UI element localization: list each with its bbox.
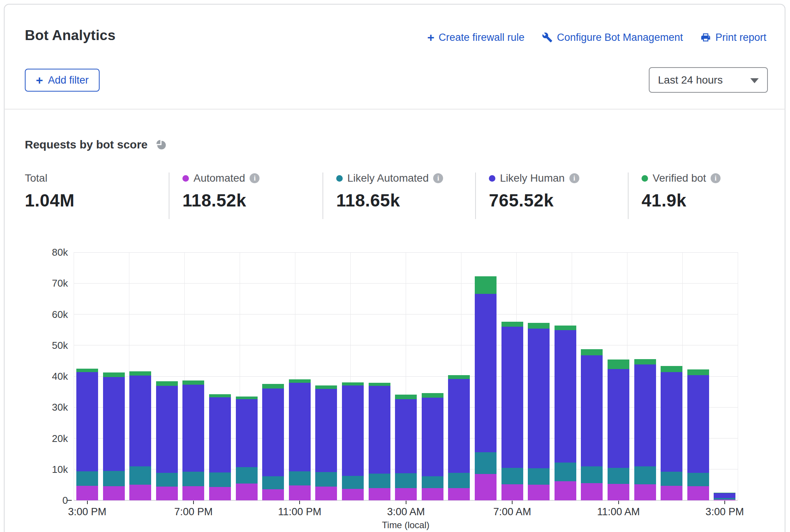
bar-segment-verified-bot[interactable] [634,359,656,365]
bar-segment-likely-automated[interactable] [501,468,523,484]
bar-segment-likely-automated[interactable] [76,471,98,485]
bar-group[interactable] [395,395,417,500]
bar-segment-verified-bot[interactable] [501,322,523,327]
bar-segment-likely-human[interactable] [289,383,311,471]
bar-segment-automated[interactable] [236,484,258,500]
bar-segment-likely-human[interactable] [315,389,337,472]
bar-segment-likely-automated[interactable] [395,473,417,488]
bar-group[interactable] [501,322,523,500]
bar-segment-likely-human[interactable] [236,399,258,467]
bar-segment-likely-automated[interactable] [262,476,284,489]
bar-group[interactable] [475,276,497,500]
bar-group[interactable] [369,383,390,500]
bar-segment-automated[interactable] [555,481,576,500]
bar-segment-automated[interactable] [661,486,682,500]
info-icon[interactable]: i [569,173,579,183]
bar-group[interactable] [342,382,364,500]
bar-segment-automated[interactable] [475,474,497,500]
bar-segment-likely-human[interactable] [422,398,443,476]
bar-segment-automated[interactable] [395,488,417,500]
bar-segment-likely-human[interactable] [714,493,735,498]
bar-segment-likely-human[interactable] [76,372,98,472]
bar-segment-verified-bot[interactable] [236,397,258,399]
bar-segment-likely-automated[interactable] [634,466,656,484]
create-firewall-rule-link[interactable]: + Create firewall rule [427,31,524,44]
bar-segment-automated[interactable] [315,487,337,500]
bar-segment-likely-automated[interactable] [156,473,178,487]
bar-segment-likely-human[interactable] [156,386,178,473]
bar-segment-likely-automated[interactable] [608,468,629,484]
bar-segment-verified-bot[interactable] [289,379,311,383]
bar-segment-likely-automated[interactable] [236,467,258,484]
bar-segment-likely-automated[interactable] [581,466,603,483]
bar-group[interactable] [103,372,125,500]
bar-segment-automated[interactable] [448,488,470,501]
bar-group[interactable] [687,369,709,500]
bar-segment-automated[interactable] [342,489,364,500]
bar-segment-automated[interactable] [103,486,125,500]
bar-segment-verified-bot[interactable] [448,375,470,379]
bar-segment-automated[interactable] [687,486,709,500]
bar-group[interactable] [661,366,682,500]
bar-segment-likely-automated[interactable] [315,472,337,487]
bar-segment-likely-human[interactable] [634,364,656,466]
bar-group[interactable] [528,323,550,500]
bar-segment-likely-automated[interactable] [661,472,682,486]
bar-segment-likely-human[interactable] [129,376,151,466]
bar-segment-verified-bot[interactable] [528,323,550,329]
bar-segment-verified-bot[interactable] [262,384,284,389]
bar-segment-automated[interactable] [608,484,629,500]
bar-segment-verified-bot[interactable] [156,381,178,386]
bar-segment-automated[interactable] [182,486,204,500]
bar-segment-verified-bot[interactable] [687,369,709,375]
bar-segment-automated[interactable] [129,485,151,500]
bar-group[interactable] [555,326,576,500]
bar-group[interactable] [156,381,178,500]
bar-segment-automated[interactable] [581,483,603,501]
bar-group[interactable] [289,379,311,500]
bar-segment-likely-automated[interactable] [555,463,576,481]
bar-group[interactable] [581,349,603,500]
bar-segment-likely-automated[interactable] [103,471,125,486]
bar-segment-automated[interactable] [501,484,523,500]
bar-segment-automated[interactable] [76,486,98,500]
bar-segment-verified-bot[interactable] [342,382,364,385]
bar-segment-verified-bot[interactable] [369,383,390,386]
bar-segment-verified-bot[interactable] [475,276,497,294]
bar-group[interactable] [634,359,656,501]
bar-segment-likely-automated[interactable] [209,472,231,487]
bar-segment-verified-bot[interactable] [422,393,443,398]
bar-group[interactable] [714,493,735,500]
bar-segment-likely-human[interactable] [395,399,417,473]
bar-segment-likely-automated[interactable] [475,452,497,474]
bar-segment-verified-bot[interactable] [555,326,576,330]
bar-group[interactable] [209,394,231,500]
bar-segment-likely-human[interactable] [342,385,364,476]
bar-segment-likely-automated[interactable] [448,473,470,488]
bar-segment-automated[interactable] [156,487,178,500]
bar-segment-verified-bot[interactable] [209,394,231,397]
info-icon[interactable]: i [433,173,443,183]
bar-segment-likely-human[interactable] [209,397,231,472]
bar-segment-likely-automated[interactable] [129,466,151,485]
bar-segment-likely-human[interactable] [608,369,629,468]
bar-segment-likely-human[interactable] [369,386,390,474]
bar-segment-verified-bot[interactable] [315,385,337,389]
bar-segment-likely-human[interactable] [448,379,470,473]
bar-segment-automated[interactable] [714,500,735,500]
bar-segment-verified-bot[interactable] [103,372,125,377]
bar-segment-likely-automated[interactable] [182,472,204,486]
bar-group[interactable] [182,380,204,500]
add-filter-button[interactable]: + Add filter [25,69,100,92]
bar-segment-verified-bot[interactable] [129,371,151,376]
bar-segment-likely-human[interactable] [103,377,125,471]
bar-segment-likely-human[interactable] [555,330,576,463]
bar-segment-likely-human[interactable] [528,329,550,468]
bar-group[interactable] [76,369,98,500]
bar-segment-likely-human[interactable] [687,375,709,473]
bar-segment-likely-human[interactable] [501,327,523,468]
bar-segment-likely-automated[interactable] [422,476,443,488]
bar-segment-likely-human[interactable] [581,355,603,467]
bar-segment-likely-automated[interactable] [289,471,311,485]
bar-group[interactable] [422,393,443,500]
